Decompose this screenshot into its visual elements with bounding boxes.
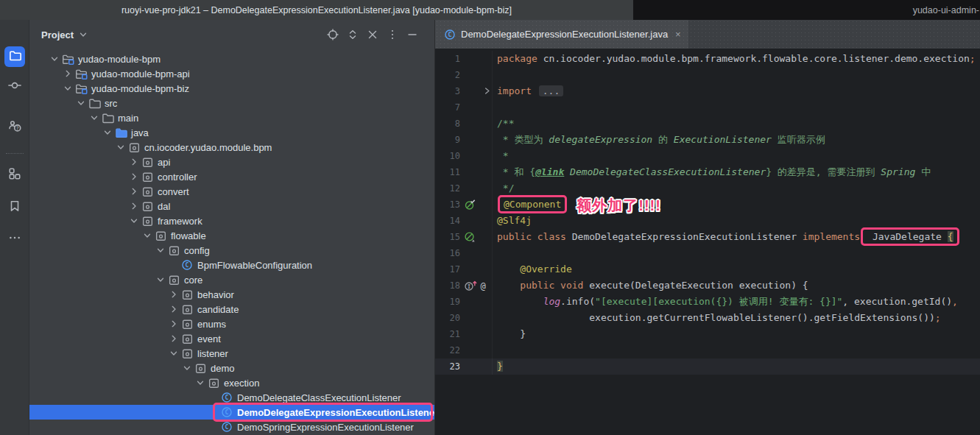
line-number: 10 xyxy=(435,148,460,164)
code-line-7[interactable]: 7 xyxy=(435,99,980,116)
tree-item-main[interactable]: main xyxy=(29,110,434,125)
pull-requests-tool-button[interactable]: ? xyxy=(8,119,21,132)
code-line-12[interactable]: 12 */ xyxy=(435,180,980,197)
tree-item-bpmflowableconfiguration[interactable]: CBpmFlowableConfiguration xyxy=(29,258,434,272)
code-line-14[interactable]: 14@Slf4j xyxy=(435,213,980,229)
tree-item-yudao-module-bpm-biz[interactable]: yudao-module-bpm-biz xyxy=(29,81,434,96)
code-line-1[interactable]: 1package cn.iocoder.yudao.module.bpm.fra… xyxy=(435,51,980,67)
expand-collapse-icon[interactable] xyxy=(347,29,359,40)
chevron-down-icon[interactable] xyxy=(154,275,167,285)
chevron-right-icon[interactable] xyxy=(127,186,141,197)
chevron-right-icon[interactable] xyxy=(127,157,141,167)
close-icon[interactable]: × xyxy=(675,29,681,39)
structure-tool-button[interactable] xyxy=(8,167,21,180)
code-line-9[interactable]: 9 * 类型为 delegateExpression 的 ExecutionLi… xyxy=(435,132,980,148)
commit-tool-button[interactable] xyxy=(8,79,21,92)
tree-item-behavior[interactable]: behavior xyxy=(29,287,434,302)
tree-item-cn.iocoder.yudao.module.bpm[interactable]: cn.iocoder.yudao.module.bpm xyxy=(29,140,434,155)
chevron-down-icon[interactable] xyxy=(114,142,127,152)
project-panel-title[interactable]: Project xyxy=(41,29,74,40)
tree-item-controller[interactable]: controller xyxy=(29,169,434,184)
chevron-right-icon[interactable] xyxy=(167,319,180,329)
chevron-down-icon[interactable] xyxy=(88,113,101,123)
svg-text:C: C xyxy=(225,424,229,431)
chevron-down-icon[interactable] xyxy=(167,348,180,358)
tree-item-config[interactable]: config xyxy=(29,243,434,258)
tree-item-listener[interactable]: listener xyxy=(29,346,434,361)
code-segment: implements xyxy=(803,231,860,242)
code-line-19[interactable]: 19 log.info("[execute][execution({}) 被调用… xyxy=(435,294,980,310)
chevron-down-icon[interactable] xyxy=(74,98,88,108)
project-panel-header: Project xyxy=(29,20,434,49)
code-line-16[interactable]: 16 xyxy=(435,245,980,261)
tree-item-yudao-module-bpm-api[interactable]: yudao-module-bpm-api xyxy=(29,66,434,81)
tree-item-demodelegateexpressionexecutionlistener[interactable]: CDemoDelegateExpressionExecutionListener xyxy=(29,405,434,420)
chevron-right-icon[interactable] xyxy=(61,68,74,79)
bookmarks-tool-button[interactable] xyxy=(8,199,21,213)
chevron-down-icon[interactable] xyxy=(61,83,74,93)
chevron-down-icon[interactable] xyxy=(141,230,154,241)
tree-item-yudao-module-bpm[interactable]: yudao-module-bpm xyxy=(29,52,434,66)
tree-item-core[interactable]: core xyxy=(29,272,434,287)
tree-item-flowable[interactable]: flowable xyxy=(29,228,434,243)
tree-item-candidate[interactable]: candidate xyxy=(29,302,434,316)
tree-item-enums[interactable]: enums xyxy=(29,316,434,331)
chevron-down-icon[interactable] xyxy=(180,363,194,373)
code-line-17[interactable]: 17 @Override xyxy=(435,261,980,277)
chevron-down-icon[interactable] xyxy=(194,378,207,388)
code-line-11[interactable]: 11 * 和 {@link DemoDelegateClassExecution… xyxy=(435,164,980,180)
tree-item-demospringexpressionexecutionlistener[interactable]: CDemoSpringExpressionExecutionListener xyxy=(29,420,434,434)
code-line-22[interactable]: 22 xyxy=(435,342,980,358)
chevron-down-icon[interactable] xyxy=(154,245,167,255)
tree-item-dal[interactable]: dal xyxy=(29,199,434,213)
fold-toggle-icon[interactable] xyxy=(483,87,491,95)
code-line-text: @Component额外加了!!!! xyxy=(493,197,661,213)
code-line-18[interactable]: 18I@ public void execute(DelegateExecuti… xyxy=(435,277,980,294)
tree-item-api[interactable]: api xyxy=(29,155,434,169)
chevron-down-icon[interactable] xyxy=(48,54,61,64)
editor-tab[interactable]: C DemoDelegateExpressionExecutionListene… xyxy=(435,20,688,49)
chevron-right-icon[interactable] xyxy=(127,201,141,211)
tree-item-label: yudao-module-bpm xyxy=(78,54,161,65)
chevron-down-icon[interactable] xyxy=(78,29,88,40)
tree-item-exection[interactable]: exection xyxy=(29,375,434,390)
tree-item-java[interactable]: java xyxy=(29,125,434,140)
chevron-down-icon[interactable] xyxy=(101,127,114,138)
project-tool-button[interactable] xyxy=(4,46,25,67)
tree-item-src[interactable]: src xyxy=(29,96,434,110)
more-options-icon[interactable] xyxy=(387,29,398,40)
bookmark-icon xyxy=(8,202,21,215)
collapse-all-icon[interactable] xyxy=(367,29,378,40)
chevron-down-icon[interactable] xyxy=(127,216,141,226)
line-number: 2 xyxy=(435,67,460,83)
tree-item-demo[interactable]: demo xyxy=(29,361,434,375)
chevron-right-icon[interactable] xyxy=(167,289,180,300)
code-editor[interactable]: 1package cn.iocoder.yudao.module.bpm.fra… xyxy=(435,49,980,435)
code-line-2[interactable]: 2 xyxy=(435,67,980,83)
chevron-right-icon[interactable] xyxy=(127,171,141,182)
tree-item-demodelegateclassexecutionlistener[interactable]: CDemoDelegateClassExecutionListener xyxy=(29,390,434,405)
select-opened-file-icon[interactable] xyxy=(327,29,339,40)
chevron-right-icon[interactable] xyxy=(167,304,180,314)
module-icon xyxy=(74,68,88,80)
code-line-3[interactable]: 3import ... xyxy=(435,83,980,99)
code-line-13[interactable]: 13@Component额外加了!!!! xyxy=(435,197,980,213)
spring-bean-icon[interactable] xyxy=(464,231,476,243)
more-tool-windows-tool-button[interactable] xyxy=(8,231,21,244)
code-line-15[interactable]: 15public class DemoDelegateExpressionExe… xyxy=(435,229,980,245)
spring-bean-check-icon[interactable] xyxy=(464,199,476,211)
tree-item-event[interactable]: event xyxy=(29,331,434,346)
tree-item-framework[interactable]: framework xyxy=(29,213,434,228)
code-line-20[interactable]: 20 execution.getCurrentFlowableListener(… xyxy=(435,310,980,326)
tree-item-convert[interactable]: convert xyxy=(29,184,434,199)
code-line-10[interactable]: 10 * xyxy=(435,148,980,164)
hide-panel-icon[interactable] xyxy=(406,29,418,40)
code-line-8[interactable]: 8/** xyxy=(435,116,980,132)
code-line-23[interactable]: 23} xyxy=(435,358,980,375)
code-line-21[interactable]: 21 } xyxy=(435,326,980,342)
implements-method-and-annotation-icon[interactable]: I@ xyxy=(464,280,490,291)
package-icon xyxy=(141,185,154,198)
tree-item-label: config xyxy=(184,245,210,256)
chevron-right-icon[interactable] xyxy=(167,333,180,344)
code-segment: } xyxy=(497,328,526,339)
